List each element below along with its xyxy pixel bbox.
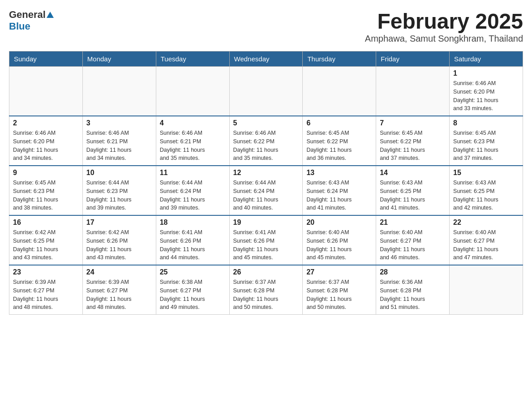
- week-row-5: 23Sunrise: 6:39 AMSunset: 6:27 PMDayligh…: [9, 265, 523, 315]
- day-info: Sunrise: 6:43 AMSunset: 6:25 PMDaylight:…: [453, 179, 519, 212]
- calendar-cell: 28Sunrise: 6:36 AMSunset: 6:28 PMDayligh…: [376, 265, 450, 315]
- weekday-header-wednesday: Wednesday: [229, 51, 303, 67]
- day-info: Sunrise: 6:46 AMSunset: 6:20 PMDaylight:…: [13, 129, 79, 163]
- calendar-cell: 7Sunrise: 6:45 AMSunset: 6:22 PMDaylight…: [376, 116, 450, 166]
- calendar-cell: 23Sunrise: 6:39 AMSunset: 6:27 PMDayligh…: [9, 265, 83, 315]
- day-info: Sunrise: 6:44 AMSunset: 6:24 PMDaylight:…: [233, 179, 299, 212]
- calendar-cell: 6Sunrise: 6:45 AMSunset: 6:22 PMDaylight…: [303, 116, 376, 166]
- day-info: Sunrise: 6:43 AMSunset: 6:24 PMDaylight:…: [306, 179, 372, 212]
- day-info: Sunrise: 6:42 AMSunset: 6:26 PMDaylight:…: [86, 228, 152, 262]
- logo: General Blue: [9, 9, 54, 32]
- day-number: 15: [453, 169, 519, 177]
- day-number: 17: [86, 218, 152, 227]
- day-info: Sunrise: 6:40 AMSunset: 6:27 PMDaylight:…: [453, 228, 519, 262]
- day-number: 6: [306, 119, 372, 127]
- day-info: Sunrise: 6:46 AMSunset: 6:21 PMDaylight:…: [86, 129, 152, 163]
- day-number: 7: [380, 119, 446, 127]
- calendar-cell: 25Sunrise: 6:38 AMSunset: 6:27 PMDayligh…: [156, 265, 229, 315]
- weekday-header-saturday: Saturday: [450, 51, 523, 67]
- calendar-cell: [156, 67, 229, 116]
- calendar-cell: 11Sunrise: 6:44 AMSunset: 6:24 PMDayligh…: [156, 166, 229, 215]
- day-info: Sunrise: 6:40 AMSunset: 6:27 PMDaylight:…: [380, 228, 446, 262]
- day-number: 18: [160, 218, 226, 227]
- day-info: Sunrise: 6:45 AMSunset: 6:22 PMDaylight:…: [380, 129, 446, 163]
- day-number: 24: [86, 268, 152, 276]
- day-number: 16: [13, 218, 79, 227]
- day-info: Sunrise: 6:45 AMSunset: 6:23 PMDaylight:…: [453, 129, 519, 163]
- day-number: 28: [380, 268, 446, 276]
- day-number: 27: [306, 268, 372, 276]
- day-number: 14: [380, 169, 446, 177]
- title-area: February 2025 Amphawa, Samut Songkhram, …: [365, 9, 523, 44]
- calendar-cell: 13Sunrise: 6:43 AMSunset: 6:24 PMDayligh…: [303, 166, 376, 215]
- day-number: 26: [233, 268, 299, 276]
- day-info: Sunrise: 6:41 AMSunset: 6:26 PMDaylight:…: [233, 228, 299, 262]
- day-number: 4: [160, 119, 226, 127]
- logo-blue-text: Blue: [9, 21, 30, 32]
- day-number: 22: [453, 218, 519, 227]
- calendar-header-row: SundayMondayTuesdayWednesdayThursdayFrid…: [9, 51, 523, 67]
- calendar-cell: 17Sunrise: 6:42 AMSunset: 6:26 PMDayligh…: [82, 215, 156, 265]
- calendar-cell: 24Sunrise: 6:39 AMSunset: 6:27 PMDayligh…: [82, 265, 156, 315]
- calendar-cell: 9Sunrise: 6:45 AMSunset: 6:23 PMDaylight…: [9, 166, 83, 215]
- day-number: 20: [306, 218, 372, 227]
- day-number: 12: [233, 169, 299, 177]
- calendar-table: SundayMondayTuesdayWednesdayThursdayFrid…: [9, 51, 523, 315]
- calendar-cell: 8Sunrise: 6:45 AMSunset: 6:23 PMDaylight…: [450, 116, 523, 166]
- calendar-cell: 16Sunrise: 6:42 AMSunset: 6:25 PMDayligh…: [9, 215, 83, 265]
- day-number: 19: [233, 218, 299, 227]
- week-row-1: 1Sunrise: 6:46 AMSunset: 6:20 PMDaylight…: [9, 67, 523, 116]
- calendar-cell: [229, 67, 303, 116]
- day-info: Sunrise: 6:45 AMSunset: 6:23 PMDaylight:…: [13, 179, 79, 212]
- weekday-header-tuesday: Tuesday: [156, 51, 229, 67]
- day-number: 11: [160, 169, 226, 177]
- calendar-cell: [376, 67, 450, 116]
- day-info: Sunrise: 6:37 AMSunset: 6:28 PMDaylight:…: [306, 278, 372, 312]
- day-number: 2: [13, 119, 79, 127]
- calendar-cell: 1Sunrise: 6:46 AMSunset: 6:20 PMDaylight…: [450, 67, 523, 116]
- day-info: Sunrise: 6:41 AMSunset: 6:26 PMDaylight:…: [160, 228, 226, 262]
- day-info: Sunrise: 6:46 AMSunset: 6:21 PMDaylight:…: [160, 129, 226, 163]
- calendar-cell: 12Sunrise: 6:44 AMSunset: 6:24 PMDayligh…: [229, 166, 303, 215]
- day-info: Sunrise: 6:44 AMSunset: 6:24 PMDaylight:…: [160, 179, 226, 212]
- calendar-cell: [303, 67, 376, 116]
- day-info: Sunrise: 6:36 AMSunset: 6:28 PMDaylight:…: [380, 278, 446, 312]
- week-row-2: 2Sunrise: 6:46 AMSunset: 6:20 PMDaylight…: [9, 116, 523, 166]
- day-number: 5: [233, 119, 299, 127]
- day-info: Sunrise: 6:43 AMSunset: 6:25 PMDaylight:…: [380, 179, 446, 212]
- day-number: 9: [13, 169, 79, 177]
- calendar-cell: 18Sunrise: 6:41 AMSunset: 6:26 PMDayligh…: [156, 215, 229, 265]
- weekday-header-sunday: Sunday: [9, 51, 83, 67]
- day-number: 10: [86, 169, 152, 177]
- day-info: Sunrise: 6:46 AMSunset: 6:20 PMDaylight:…: [453, 79, 519, 113]
- calendar-cell: 19Sunrise: 6:41 AMSunset: 6:26 PMDayligh…: [229, 215, 303, 265]
- day-number: 3: [86, 119, 152, 127]
- calendar-cell: 22Sunrise: 6:40 AMSunset: 6:27 PMDayligh…: [450, 215, 523, 265]
- day-number: 23: [13, 268, 79, 276]
- calendar-cell: 3Sunrise: 6:46 AMSunset: 6:21 PMDaylight…: [82, 116, 156, 166]
- calendar-cell: 4Sunrise: 6:46 AMSunset: 6:21 PMDaylight…: [156, 116, 229, 166]
- day-info: Sunrise: 6:39 AMSunset: 6:27 PMDaylight:…: [13, 278, 79, 312]
- weekday-header-thursday: Thursday: [303, 51, 376, 67]
- day-number: 25: [160, 268, 226, 276]
- calendar-cell: 14Sunrise: 6:43 AMSunset: 6:25 PMDayligh…: [376, 166, 450, 215]
- day-info: Sunrise: 6:40 AMSunset: 6:26 PMDaylight:…: [306, 228, 372, 262]
- day-info: Sunrise: 6:42 AMSunset: 6:25 PMDaylight:…: [13, 228, 79, 262]
- calendar-cell: [9, 67, 83, 116]
- month-title: February 2025: [365, 9, 523, 34]
- calendar-cell: 2Sunrise: 6:46 AMSunset: 6:20 PMDaylight…: [9, 116, 83, 166]
- day-info: Sunrise: 6:45 AMSunset: 6:22 PMDaylight:…: [306, 129, 372, 163]
- calendar-cell: 21Sunrise: 6:40 AMSunset: 6:27 PMDayligh…: [376, 215, 450, 265]
- day-info: Sunrise: 6:44 AMSunset: 6:23 PMDaylight:…: [86, 179, 152, 212]
- page-header: General Blue February 2025 Amphawa, Samu…: [9, 9, 523, 44]
- day-number: 21: [380, 218, 446, 227]
- calendar-cell: [82, 67, 156, 116]
- week-row-3: 9Sunrise: 6:45 AMSunset: 6:23 PMDaylight…: [9, 166, 523, 215]
- calendar-cell: 10Sunrise: 6:44 AMSunset: 6:23 PMDayligh…: [82, 166, 156, 215]
- day-info: Sunrise: 6:46 AMSunset: 6:22 PMDaylight:…: [233, 129, 299, 163]
- logo-triangle-icon: [47, 12, 54, 18]
- week-row-4: 16Sunrise: 6:42 AMSunset: 6:25 PMDayligh…: [9, 215, 523, 265]
- calendar-cell: 20Sunrise: 6:40 AMSunset: 6:26 PMDayligh…: [303, 215, 376, 265]
- calendar-cell: 27Sunrise: 6:37 AMSunset: 6:28 PMDayligh…: [303, 265, 376, 315]
- day-number: 13: [306, 169, 372, 177]
